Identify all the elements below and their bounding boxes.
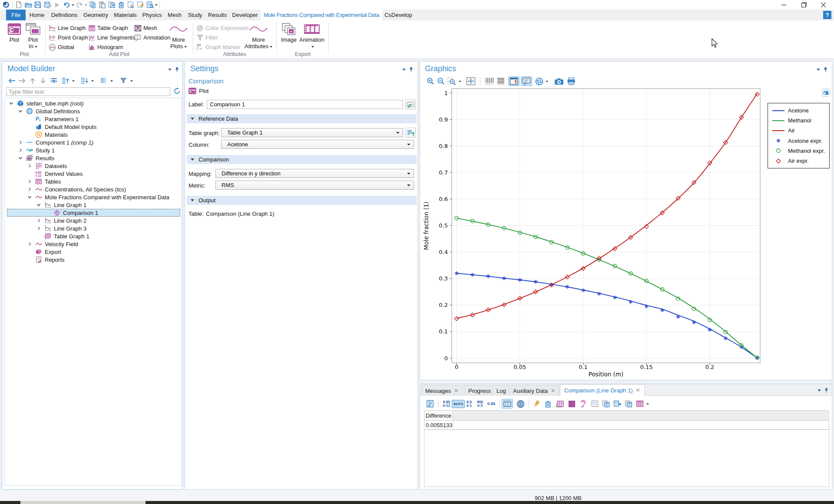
tab-file[interactable]: File [6,10,26,20]
tab-comparison-line-graph-1-[interactable]: Comparison (Line Graph 1)✕ [560,384,645,396]
chevron-down-icon[interactable] [544,76,549,86]
tree-node-global-definitions[interactable]: Global Definitions [4,107,181,115]
collapse-chevron-icon[interactable] [36,226,41,231]
collapse-chevron-icon[interactable] [27,242,32,246]
duplicate-table-icon[interactable] [623,399,634,408]
histogram-button[interactable]: Histogram [88,43,123,52]
chevron-down-icon[interactable] [168,67,172,72]
tree-node-velocity-field[interactable]: Velocity Field [4,240,181,248]
pin-icon[interactable] [824,67,827,72]
duplicate-button[interactable] [107,1,116,9]
move-down-icon[interactable] [38,76,48,85]
precision-8.85e-12-button[interactable]: 8.85e-12 [440,399,453,408]
help-button[interactable]: ? [823,11,831,19]
chevron-down-icon[interactable] [90,76,95,85]
expand-all-icon[interactable] [60,76,71,85]
forward-arrow-icon[interactable] [17,76,27,85]
save-as-button[interactable] [43,1,52,9]
restore-button[interactable] [794,0,814,10]
collapse-chevron-icon[interactable] [27,164,32,168]
pin-icon[interactable] [409,67,413,72]
section-reference-data[interactable]: Reference Data [187,114,417,123]
chevron-down-icon[interactable] [817,388,821,392]
sphere-view-icon[interactable] [514,399,526,408]
table-cell-difference[interactable]: 0.0055133 [426,422,452,428]
scene-light-icon[interactable] [534,76,544,86]
clear-selection-button[interactable] [136,1,145,9]
redo-button[interactable] [75,1,84,9]
tab-contextual-plot-group[interactable]: Mole Fractions Compared with Experimenta… [261,10,382,20]
tree-node-line-graph-3[interactable]: Line Graph 3 [4,224,181,232]
tree-node-parameters-1[interactable]: PiParameters 1 [4,115,181,123]
print-icon[interactable] [565,76,577,86]
tree-node-materials[interactable]: Materials [4,131,181,138]
tree-node-tables[interactable]: Tables [4,178,181,185]
add-table-icon[interactable] [554,399,566,408]
tab-study[interactable]: Study [186,10,204,20]
color-expression-button[interactable]: Color Expression [196,23,248,33]
expand-chevron-icon[interactable] [27,195,32,199]
collapse-chevron-icon[interactable] [18,148,23,152]
copy-button[interactable] [88,1,97,9]
show-icon[interactable] [48,76,60,85]
graph-marker-button[interactable]: Graph Marker [196,43,240,52]
collapse-all-icon[interactable] [79,76,90,85]
filter-input[interactable]: Type filter text [6,87,170,96]
section-comparison[interactable]: Comparison [187,155,417,164]
auto-precision-button[interactable]: AUTO [453,399,464,408]
playback-icon[interactable] [578,399,588,408]
tab-auxiliary-data[interactable]: Auxiliary Data✕ [509,385,559,396]
expand-chevron-icon[interactable] [18,109,23,113]
close-tab-icon[interactable]: ✕ [636,387,640,393]
preview-button[interactable] [145,1,155,9]
tab-home[interactable]: Home [27,10,47,20]
expand-chevron-icon[interactable] [18,156,23,160]
tree-node-results[interactable]: Results [4,154,181,162]
expand-chevron-icon[interactable] [9,101,13,105]
tab-log[interactable]: Log [492,385,510,396]
chevron-down-icon[interactable] [129,76,134,85]
collapse-chevron-icon[interactable] [18,140,23,145]
result-table[interactable]: Difference 0.0055133 [424,410,829,487]
plot-button[interactable]: Plot [6,22,23,43]
global-button[interactable]: Global [49,43,74,52]
table-graph-button[interactable]: Table Graph [88,23,128,33]
zoom-box-icon[interactable] [446,76,457,86]
x-axis-grid-icon[interactable] [483,76,495,86]
open-button[interactable] [23,1,33,9]
mesh-button[interactable]: Mesh [134,23,157,33]
tree-node-datasets[interactable]: Datasets [4,162,181,170]
chevron-down-icon[interactable] [402,67,406,72]
zoom-extents-icon[interactable] [464,76,477,86]
tree-node-table-graph-1[interactable]: Table Graph 1 [4,232,181,240]
table-grid-icon[interactable] [635,399,645,408]
close-tab-icon[interactable]: ✕ [551,388,555,394]
tab-materials[interactable]: Materials [112,10,139,20]
close-button[interactable] [814,0,833,10]
y-axis-grid-icon[interactable] [495,76,507,86]
zoom-out-icon[interactable] [436,76,446,86]
save-button[interactable] [33,1,43,9]
clear-table-icon[interactable] [531,399,542,408]
back-arrow-icon[interactable] [7,76,17,85]
plot-in-button[interactable]: Plot In [24,22,42,49]
tree-node-mole-fractions-compared-with-experimental-data[interactable]: Mole Fractions Compared with Experimenta… [4,193,181,201]
line-segments-button[interactable]: Line Segments [88,33,135,42]
section-output[interactable]: Output [187,196,417,205]
color-cell-icon[interactable] [566,399,577,408]
collapse-chevron-icon[interactable] [27,179,32,184]
annotation-bubble-icon[interactable] [521,76,532,86]
tab-definitions[interactable]: Definitions [49,10,80,20]
metric-combobox[interactable]: RMS [215,181,414,190]
new-file-button[interactable] [14,1,23,9]
camera-icon[interactable] [553,76,565,86]
plot-action-button[interactable]: Plot [189,86,208,95]
select-points-icon[interactable] [589,399,600,408]
tab-physics[interactable]: Physics [141,10,163,20]
tab-developer[interactable]: Developer [231,10,259,20]
tree-node-default-model-inputs[interactable]: Default Model Inputs [4,123,181,131]
full-precision-icon[interactable] [502,399,513,408]
precision-8.5e-1-button[interactable]: 8.5e-1 [464,399,474,408]
table-report-icon[interactable] [424,399,436,408]
tree-columns-icon[interactable] [98,76,109,85]
